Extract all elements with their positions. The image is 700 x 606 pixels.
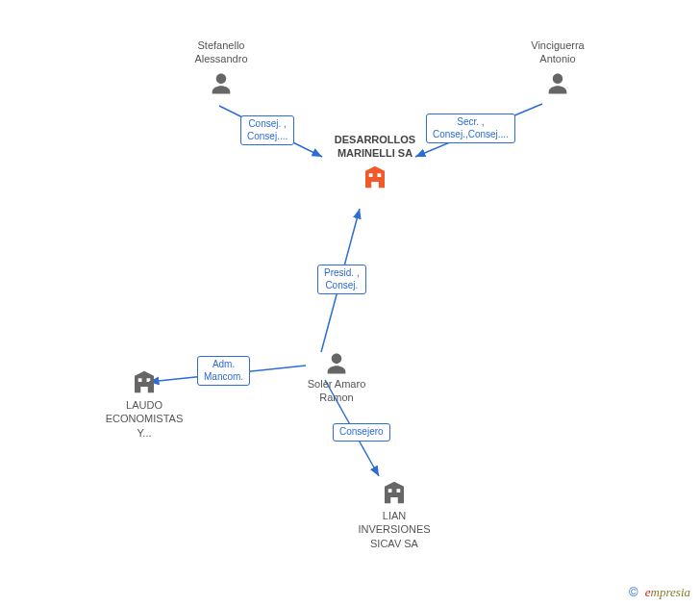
person-icon <box>544 70 571 97</box>
edge-label-stefanello-desarrollos[interactable]: Consej. , Consej.... <box>240 115 294 145</box>
building-icon <box>130 367 159 396</box>
person-vinciguerra[interactable]: Vinciguerra Antonio <box>500 38 615 97</box>
person-soler-amaro[interactable]: Soler Amaro Ramon <box>279 346 394 405</box>
company-name: DESARROLLOS MARINELLI SA <box>308 133 442 161</box>
copyright-icon: © <box>629 585 638 599</box>
building-icon <box>361 163 389 191</box>
company-laudo[interactable]: LAUDO ECONOMISTAS Y... <box>87 366 202 440</box>
person-name: Stefanello Alessandro <box>163 38 279 66</box>
person-stefanello[interactable]: Stefanello Alessandro <box>163 38 279 97</box>
edge-label-vinciguerra-desarrollos[interactable]: Secr. , Consej.,Consej.... <box>426 114 515 143</box>
edge-label-soler-lian[interactable]: Consejero <box>333 423 390 442</box>
edge-label-soler-desarrollos[interactable]: Presid. , Consej. <box>317 265 366 294</box>
company-name: LAUDO ECONOMISTAS Y... <box>87 398 202 440</box>
person-name: Vinciguerra Antonio <box>500 38 615 66</box>
building-icon <box>380 478 409 507</box>
brand-rest: mpresia <box>651 585 690 599</box>
person-icon <box>208 70 235 97</box>
person-icon <box>323 350 350 377</box>
company-lian-inversiones[interactable]: LIAN INVERSIONES SICAV SA <box>337 476 452 550</box>
company-desarrollos-marinelli[interactable]: DESARROLLOS MARINELLI SA <box>308 133 442 193</box>
person-name: Soler Amaro Ramon <box>279 377 394 405</box>
edge-label-soler-laudo[interactable]: Adm. Mancom. <box>197 356 250 386</box>
company-name: LIAN INVERSIONES SICAV SA <box>337 509 452 550</box>
watermark: © empresia <box>629 585 690 600</box>
